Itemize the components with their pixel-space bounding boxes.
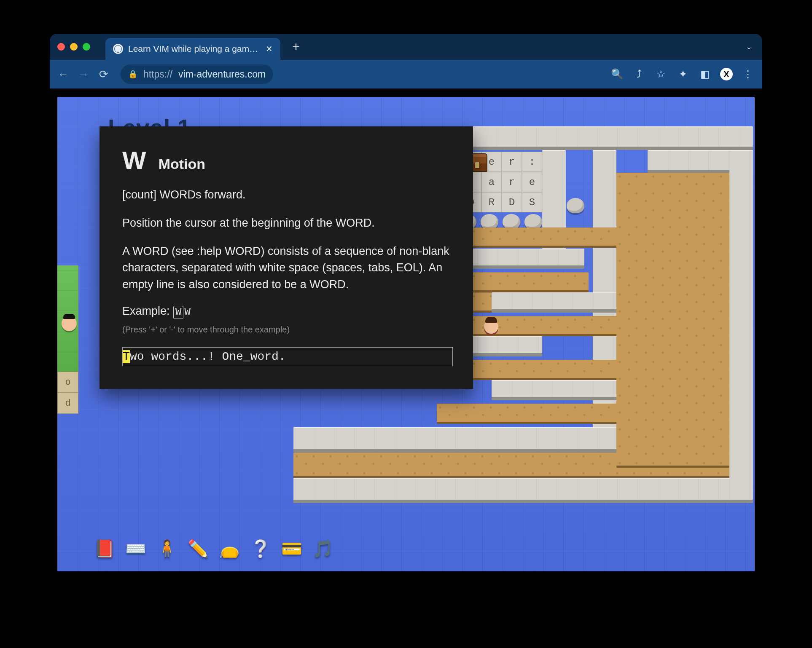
- wall: [293, 478, 753, 503]
- game-canvas[interactable]: Level 1 o d m b e r : s a r e: [57, 97, 755, 571]
- rock-obstacle: [524, 214, 542, 229]
- extensions-icon[interactable]: ✦: [676, 68, 690, 80]
- wall: [729, 150, 753, 503]
- zoom-icon[interactable]: 🔍: [610, 68, 624, 80]
- help-paragraph: A WORD (see :help WORD) consists of a se…: [122, 243, 453, 292]
- address-bar: ← → ⟳ 🔒 https://vim-adventures.com 🔍 ⤴ ☆…: [50, 60, 762, 88]
- titlebar: Learn VIM while playing a gam… ✕ + ⌄: [50, 34, 762, 60]
- help-title: Motion: [159, 156, 205, 172]
- tab-close-icon[interactable]: ✕: [266, 44, 273, 54]
- rock-obstacle: [503, 214, 520, 229]
- lock-icon: 🔒: [128, 70, 137, 79]
- example-text: wo words...! One_word.: [130, 350, 286, 363]
- panel-icon[interactable]: ◧: [698, 68, 712, 80]
- globe-icon: [113, 44, 123, 54]
- player-avatar: [484, 319, 498, 334]
- rock-obstacle: [567, 198, 584, 213]
- viewport: Level 1 o d m b e r : s a r e: [50, 88, 762, 581]
- example-hint: (Press '+' or '-' to move through the ex…: [122, 325, 453, 335]
- help-panel: W Motion [count] WORDs forward. Position…: [99, 126, 473, 389]
- minimize-window-button[interactable]: [70, 43, 78, 51]
- forward-button[interactable]: →: [78, 68, 89, 81]
- npc-avatar: [62, 316, 77, 331]
- close-window-button[interactable]: [57, 43, 65, 51]
- example-key: W: [173, 306, 183, 319]
- music-icon[interactable]: 🎵: [312, 538, 334, 559]
- maximize-window-button[interactable]: [83, 43, 90, 51]
- tab-title: Learn VIM while playing a gam…: [128, 44, 258, 54]
- grass-letter-tile: d: [57, 393, 78, 414]
- help-paragraph: [count] WORDs forward.: [122, 187, 453, 203]
- grass-letter-tile: o: [57, 372, 78, 393]
- tabs-dropdown-icon[interactable]: ⌄: [746, 42, 752, 51]
- keyboard-icon[interactable]: ⌨️: [125, 538, 147, 559]
- share-icon[interactable]: ⤴: [632, 68, 646, 80]
- example-cursor: T: [123, 350, 130, 363]
- book-icon[interactable]: 📕: [94, 538, 116, 559]
- browser-window: Learn VIM while playing a gam… ✕ + ⌄ ← →…: [50, 34, 762, 581]
- url-host: vim-adventures.com: [178, 69, 266, 80]
- wallet-icon[interactable]: 👝: [218, 538, 240, 559]
- profile-icon[interactable]: X: [720, 68, 733, 80]
- help-key-glyph: W: [122, 146, 147, 175]
- game-toolbar: 📕 ⌨️ 🧍 ✏️ 👝 ❔ 💳 🎵: [94, 538, 334, 559]
- card-icon[interactable]: 💳: [281, 538, 303, 559]
- example-line: Example: WW: [122, 305, 453, 319]
- traffic-lights: [57, 43, 90, 51]
- pencil-icon[interactable]: ✏️: [187, 538, 209, 559]
- bookmark-icon[interactable]: ☆: [654, 68, 668, 80]
- floor: [616, 173, 729, 468]
- kebab-menu-icon[interactable]: ⋮: [741, 68, 755, 80]
- url-scheme: https://: [143, 69, 172, 80]
- help-icon[interactable]: ❔: [250, 538, 272, 559]
- example-key: W: [184, 306, 190, 319]
- rock-obstacle: [481, 214, 498, 229]
- new-tab-button[interactable]: +: [292, 40, 300, 54]
- browser-tab[interactable]: Learn VIM while playing a gam… ✕: [105, 38, 280, 60]
- person-icon[interactable]: 🧍: [156, 538, 178, 559]
- reload-button[interactable]: ⟳: [98, 68, 110, 81]
- help-paragraph: Position the cursor at the beginning of …: [122, 215, 453, 231]
- example-box: Two words...! One_word.: [122, 347, 453, 366]
- url-field[interactable]: 🔒 https://vim-adventures.com: [121, 64, 273, 84]
- back-button[interactable]: ←: [57, 68, 69, 81]
